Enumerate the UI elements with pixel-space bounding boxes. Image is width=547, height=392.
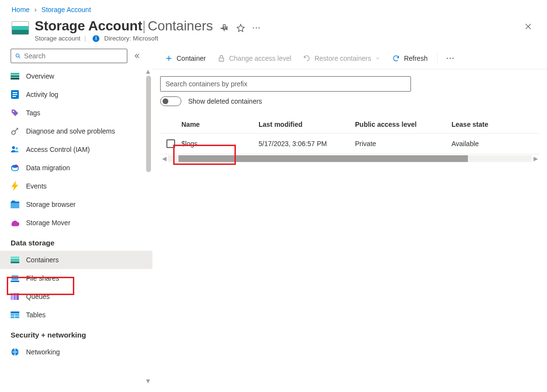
nav-label: File shares — [26, 274, 59, 282]
nav-label: Events — [26, 182, 47, 190]
scroll-up-icon[interactable]: ▲ — [144, 67, 152, 76]
nav-label: Diagnose and solve problems — [26, 127, 115, 135]
toolbar: Container Change access level Restore co… — [152, 49, 547, 69]
star-icon[interactable] — [236, 24, 245, 32]
svg-rect-14 — [11, 259, 19, 261]
lock-icon — [218, 54, 225, 62]
column-access[interactable]: Public access level — [355, 121, 451, 128]
nav-label: Storage browser — [26, 201, 76, 208]
nav-label: Containers — [26, 256, 59, 264]
svg-rect-25 — [15, 316, 19, 318]
show-deleted-toggle[interactable] — [160, 96, 181, 106]
collapse-sidebar-icon[interactable] — [131, 51, 142, 61]
nav-queues[interactable]: Queues — [0, 287, 152, 306]
containers-table: Name Last modified Public access level L… — [160, 121, 539, 162]
svg-rect-2 — [11, 75, 19, 77]
svg-rect-21 — [11, 311, 19, 313]
info-icon: i — [93, 35, 99, 42]
svg-rect-15 — [11, 261, 19, 263]
tags-icon — [11, 108, 19, 117]
page-title: Storage Account| Containers — [35, 18, 213, 34]
search-containers-input[interactable] — [160, 76, 411, 92]
pin-icon[interactable] — [220, 24, 229, 32]
containers-icon — [11, 256, 19, 264]
sidebar: Overview Activity log Tags Diagnose and … — [0, 49, 152, 385]
nav-tags[interactable]: Tags — [0, 104, 152, 122]
storage-browser-icon — [11, 200, 19, 209]
breadcrumb: Home › Storage Account — [0, 0, 547, 15]
nav-containers[interactable]: Containers — [0, 251, 152, 269]
column-name[interactable]: Name — [181, 121, 259, 128]
column-lease[interactable]: Lease state — [451, 121, 539, 128]
storage-account-icon — [12, 21, 29, 39]
overview-icon — [11, 72, 19, 81]
cell-name[interactable]: $logs — [181, 140, 259, 148]
toolbar-label: Refresh — [404, 54, 427, 62]
close-icon[interactable] — [521, 19, 535, 34]
more-icon[interactable]: ··· — [253, 24, 261, 32]
nav-overview[interactable]: Overview — [0, 67, 152, 85]
chevron-down-icon — [375, 55, 381, 61]
queues-icon — [11, 292, 19, 301]
file-shares-icon — [11, 274, 19, 283]
svg-rect-19 — [14, 293, 16, 300]
scroll-left-icon[interactable]: ◀ — [160, 155, 168, 162]
svg-point-0 — [16, 54, 19, 57]
storage-mover-icon — [11, 218, 19, 227]
svg-rect-5 — [13, 92, 17, 93]
scroll-right-icon[interactable]: ▶ — [532, 155, 539, 162]
nav-section-data-storage: Data storage — [0, 232, 152, 251]
nav-label: Overview — [26, 72, 54, 80]
breadcrumb-home[interactable]: Home — [12, 6, 29, 14]
nav-storage-mover[interactable]: Storage Mover — [0, 214, 152, 232]
svg-rect-13 — [11, 257, 19, 258]
cell-access: Private — [355, 140, 451, 148]
events-icon — [11, 182, 19, 190]
row-checkbox[interactable] — [166, 139, 175, 148]
hscroll-thumb[interactable] — [178, 155, 468, 162]
networking-icon — [11, 348, 19, 356]
svg-rect-6 — [13, 94, 17, 95]
nav-diagnose[interactable]: Diagnose and solve problems — [0, 122, 152, 140]
svg-rect-22 — [11, 314, 14, 316]
toolbar-label: Change access level — [229, 54, 291, 62]
chevron-right-icon: › — [34, 6, 37, 14]
resource-type-label: Storage account — [35, 35, 81, 42]
svg-rect-23 — [15, 314, 19, 316]
scrollbar-thumb[interactable] — [146, 76, 151, 172]
sidebar-search[interactable] — [11, 49, 127, 63]
toolbar-label: Container — [177, 54, 206, 62]
nav-data-migration[interactable]: Data migration — [0, 159, 152, 177]
nav-activity-log[interactable]: Activity log — [0, 85, 152, 104]
nav-storage-browser[interactable]: Storage browser — [0, 195, 152, 214]
nav-label: Data migration — [26, 164, 70, 172]
nav-file-shares[interactable]: File shares — [0, 269, 152, 287]
nav-label: Queues — [26, 293, 50, 300]
nav-label: Access Control (IAM) — [26, 146, 90, 153]
activity-log-icon — [11, 90, 19, 99]
column-modified[interactable]: Last modified — [259, 121, 355, 128]
refresh-icon — [392, 54, 400, 62]
breadcrumb-current[interactable]: Storage Account — [41, 6, 91, 14]
svg-point-8 — [13, 111, 14, 112]
nav-access-control[interactable]: Access Control (IAM) — [0, 140, 152, 159]
svg-point-10 — [12, 146, 15, 149]
add-container-button[interactable]: Container — [160, 53, 211, 64]
svg-rect-7 — [13, 96, 16, 97]
svg-rect-27 — [219, 58, 223, 61]
scrollbar[interactable]: ▲ ▼ — [144, 67, 152, 385]
nav-tables[interactable]: Tables — [0, 306, 152, 324]
refresh-button[interactable]: Refresh — [387, 53, 432, 64]
data-migration-icon — [11, 163, 19, 172]
nav-events[interactable]: Events — [0, 177, 152, 195]
svg-rect-16 — [12, 275, 18, 280]
table-row[interactable]: $logs 5/17/2023, 3:06:57 PM Private Avai… — [160, 134, 539, 154]
scroll-down-icon[interactable]: ▼ — [144, 377, 152, 385]
horizontal-scrollbar[interactable]: ◀ ▶ — [160, 155, 539, 162]
more-actions-button[interactable]: ··· — [442, 53, 459, 64]
sidebar-search-input[interactable] — [24, 52, 123, 60]
directory-label: Directory: Microsoft — [104, 35, 158, 42]
undo-icon — [303, 54, 311, 62]
page-header: Storage Account| Containers ··· Storage … — [0, 15, 547, 49]
nav-networking[interactable]: Networking — [0, 343, 152, 361]
